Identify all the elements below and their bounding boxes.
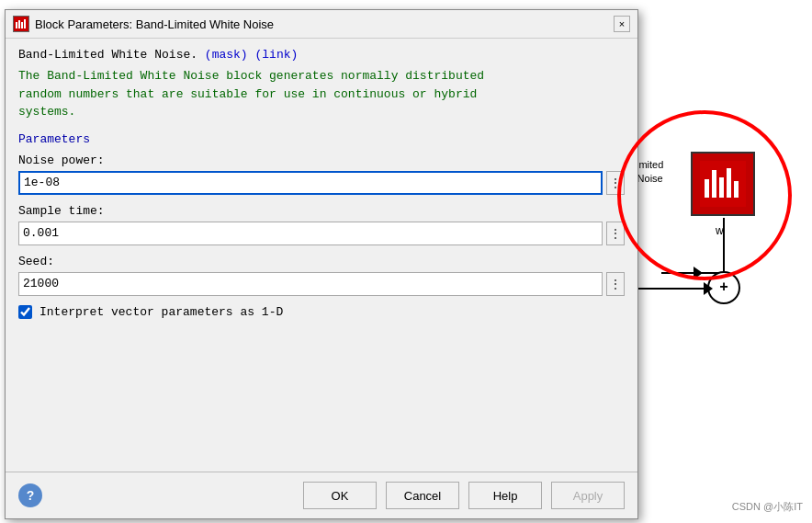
mask-prefix: Band-Limited White Noise. [18, 48, 197, 62]
seed-menu-btn[interactable]: ⋮ [606, 272, 625, 296]
description-line1: The Band-Limited White Noise block gener… [18, 69, 484, 83]
noise-power-label: Noise power: [18, 153, 625, 167]
cancel-button[interactable]: Cancel [386, 482, 459, 509]
title-bar-left: Block Parameters: Band-Limited White Noi… [13, 16, 274, 32]
block-title-icon [13, 16, 29, 32]
vector-params-checkbox[interactable] [18, 305, 32, 319]
svg-rect-2 [712, 170, 716, 198]
seed-input[interactable] [18, 272, 603, 296]
link-keyword[interactable]: (link) [254, 48, 298, 62]
dialog-content: Band-Limited White Noise. (mask) (link) … [6, 39, 637, 472]
arrowhead-1 [694, 267, 703, 279]
help-button[interactable]: Help [468, 482, 542, 509]
svg-rect-1 [705, 179, 709, 198]
checkbox-label: Interpret vector parameters as 1-D [39, 305, 283, 319]
dialog-window: Block Parameters: Band-Limited White Noi… [5, 9, 638, 519]
svg-rect-11 [21, 22, 23, 28]
sample-time-menu-btn[interactable]: ⋮ [606, 222, 625, 245]
svg-rect-3 [719, 177, 724, 198]
description-line2: random numbers that are suitable for use… [18, 87, 477, 101]
svg-rect-9 [16, 22, 17, 28]
apply-button[interactable]: Apply [551, 482, 625, 509]
ok-button[interactable]: OK [303, 482, 377, 509]
svg-rect-12 [24, 19, 26, 28]
svg-rect-5 [734, 181, 739, 198]
seed-row: ⋮ [18, 272, 625, 296]
sample-time-input[interactable] [18, 222, 603, 245]
simulink-noise-block [691, 152, 755, 216]
watermark: CSDN @小陈IT [732, 500, 803, 514]
block-description: The Band-Limited White Noise block gener… [18, 67, 625, 121]
params-section: Parameters Noise power: ⋮ Sample time: ⋮… [18, 132, 625, 319]
seed-label: Seed: [18, 255, 625, 268]
mask-link-line: Band-Limited White Noise. (mask) (link) [18, 48, 625, 62]
description-line3: systems. [18, 105, 75, 119]
wire-vertical-1 [723, 218, 725, 273]
block-name-label: imited Noise [637, 158, 663, 187]
arrowhead-2 [704, 282, 713, 295]
dialog-title: Block Parameters: Band-Limited White Noi… [35, 17, 274, 31]
svg-rect-10 [18, 20, 20, 28]
mask-keyword[interactable]: (mask) [205, 48, 248, 62]
checkbox-row: Interpret vector parameters as 1-D [18, 305, 625, 319]
noise-power-row: ⋮ [18, 171, 625, 195]
noise-power-input[interactable] [18, 171, 603, 195]
close-button[interactable]: × [614, 16, 630, 32]
params-header: Parameters [18, 132, 625, 146]
help-icon-button[interactable]: ? [18, 483, 42, 507]
button-bar: ? OK Cancel Help Apply [6, 472, 637, 518]
noise-power-menu-btn[interactable]: ⋮ [606, 171, 625, 195]
title-bar: Block Parameters: Band-Limited White Noi… [6, 10, 637, 39]
sample-time-label: Sample time: [18, 204, 625, 218]
sample-time-row: ⋮ [18, 222, 625, 245]
svg-rect-4 [727, 168, 731, 198]
